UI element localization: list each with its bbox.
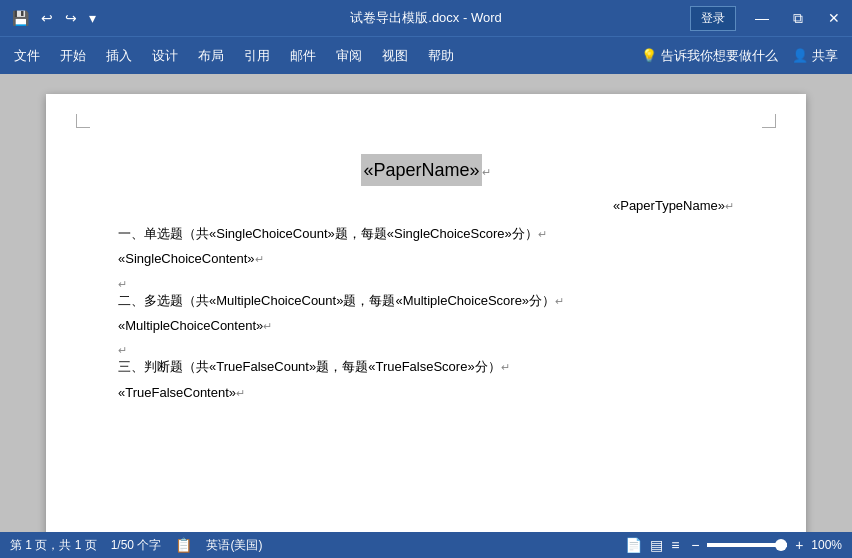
- window-title: 试卷导出模版.docx - Word: [350, 9, 501, 27]
- user-icon: 👤: [792, 48, 808, 63]
- corner-mark-tl: [76, 114, 90, 128]
- zoom-in-button[interactable]: +: [791, 537, 807, 553]
- minimize-button[interactable]: —: [744, 0, 780, 36]
- menu-layout[interactable]: 布局: [188, 41, 234, 71]
- section2-content-field: «MultipleChoiceContent»: [118, 318, 263, 333]
- document-content: «PaperName»↵ «PaperTypeName»↵ 一、单选题（共«Si…: [118, 154, 734, 404]
- section3-text: 三、判断题（共«TrueFalseCount»题，每题«TrueFalseSco…: [118, 359, 501, 374]
- para-mark-type: ↵: [725, 200, 734, 212]
- section3-content: «TrueFalseContent»↵: [118, 381, 734, 404]
- menu-design[interactable]: 设计: [142, 41, 188, 71]
- quick-access-toolbar: 💾 ↩ ↪ ▾: [0, 8, 100, 28]
- document-area: «PaperName»↵ «PaperTypeName»↵ 一、单选题（共«Si…: [0, 74, 852, 532]
- menu-bar: 文件 开始 插入 设计 布局 引用 邮件 审阅 视图 帮助 💡 告诉我你想要做什…: [0, 36, 852, 74]
- empty-line-2: ↵: [118, 337, 734, 355]
- paper-type-row: «PaperTypeName»↵: [118, 194, 734, 217]
- title-bar: 💾 ↩ ↪ ▾ 试卷导出模版.docx - Word 登录 — ⧉ ✕: [0, 0, 852, 36]
- menu-review[interactable]: 审阅: [326, 41, 372, 71]
- menu-help[interactable]: 帮助: [418, 41, 464, 71]
- document-page: «PaperName»↵ «PaperTypeName»↵ 一、单选题（共«Si…: [46, 94, 806, 532]
- login-button[interactable]: 登录: [690, 6, 736, 31]
- section2-header: 二、多选题（共«MultipleChoiceCount»题，每题«Multipl…: [118, 289, 734, 312]
- paper-name-line: «PaperName»↵: [118, 154, 734, 186]
- language[interactable]: 英语(美国): [206, 537, 262, 554]
- status-bar: 第 1 页，共 1 页 1/50 个字 📋 英语(美国) 📄 ▤ ≡ − + 1…: [0, 532, 852, 558]
- save-icon[interactable]: 💾: [8, 8, 33, 28]
- print-layout-icon[interactable]: ▤: [650, 537, 663, 553]
- proofread-icon[interactable]: 📋: [175, 537, 192, 553]
- menu-mailings[interactable]: 邮件: [280, 41, 326, 71]
- zoom-level: 100%: [811, 538, 842, 552]
- page-info: 第 1 页，共 1 页: [10, 537, 97, 554]
- window-controls: 登录 — ⧉ ✕: [690, 0, 852, 36]
- section3-content-field: «TrueFalseContent»: [118, 385, 236, 400]
- search-area[interactable]: 💡 告诉我你想要做什么: [641, 47, 782, 65]
- menu-view[interactable]: 视图: [372, 41, 418, 71]
- share-label: 共享: [812, 47, 838, 65]
- zoom-thumb[interactable]: [775, 539, 787, 551]
- menu-insert[interactable]: 插入: [96, 41, 142, 71]
- menu-references[interactable]: 引用: [234, 41, 280, 71]
- section1-content-field: «SingleChoiceContent»: [118, 251, 255, 266]
- undo-icon[interactable]: ↩: [37, 8, 57, 28]
- read-mode-icon[interactable]: 📄: [625, 537, 642, 553]
- section1-text: 一、单选题（共«SingleChoiceCount»题，每题«SingleCho…: [118, 226, 538, 241]
- status-left: 第 1 页，共 1 页 1/50 个字 📋 英语(美国): [10, 537, 262, 554]
- section2-content: «MultipleChoiceContent»↵: [118, 314, 734, 337]
- zoom-slider[interactable]: [707, 543, 787, 547]
- redo-icon[interactable]: ↪: [61, 8, 81, 28]
- section1-header: 一、单选题（共«SingleChoiceCount»题，每题«SingleCho…: [118, 222, 734, 245]
- zoom-out-button[interactable]: −: [687, 537, 703, 553]
- section1-content: «SingleChoiceContent»↵: [118, 247, 734, 270]
- para-mark-title: ↵: [482, 166, 491, 178]
- search-label[interactable]: 告诉我你想要做什么: [661, 47, 778, 65]
- share-button[interactable]: 👤 共享: [782, 43, 848, 69]
- web-view-icon[interactable]: ≡: [671, 537, 679, 553]
- word-count: 1/50 个字: [111, 537, 162, 554]
- section2-text: 二、多选题（共«MultipleChoiceCount»题，每题«Multipl…: [118, 293, 555, 308]
- close-button[interactable]: ✕: [816, 0, 852, 36]
- restore-button[interactable]: ⧉: [780, 0, 816, 36]
- corner-mark-tr: [762, 114, 776, 128]
- menu-file[interactable]: 文件: [4, 41, 50, 71]
- paper-type-field: «PaperTypeName»: [613, 198, 725, 213]
- lightbulb-icon: 💡: [641, 48, 657, 63]
- zoom-control: − + 100%: [687, 537, 842, 553]
- empty-line-1: ↵: [118, 271, 734, 289]
- customize-icon[interactable]: ▾: [85, 8, 100, 28]
- section3-header: 三、判断题（共«TrueFalseCount»题，每题«TrueFalseSco…: [118, 355, 734, 378]
- menu-home[interactable]: 开始: [50, 41, 96, 71]
- paper-name-field: «PaperName»: [361, 154, 481, 186]
- status-right: 📄 ▤ ≡ − + 100%: [625, 537, 842, 553]
